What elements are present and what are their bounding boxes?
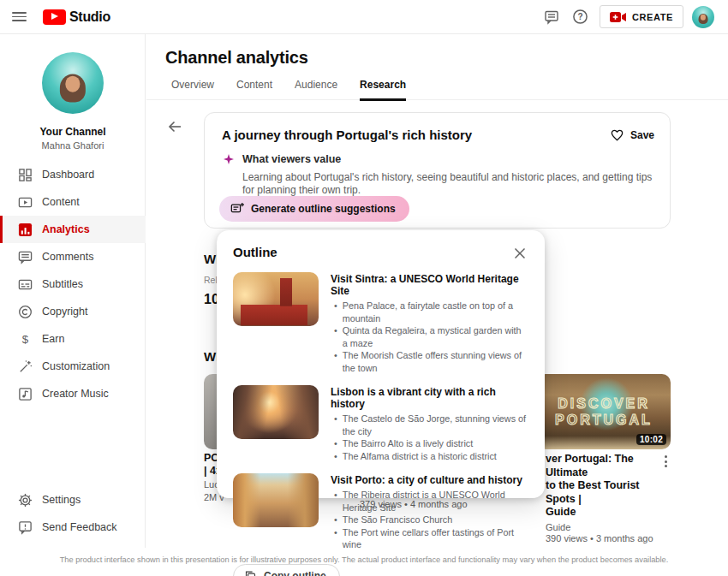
sidebar-item-creator-music[interactable]: Creator Music [0,380,146,407]
send-feedback-icon[interactable] [541,7,562,27]
generate-outline-icon [230,202,244,216]
content-icon [17,194,33,210]
tab-audience[interactable]: Audience [295,79,337,101]
outline-item-porto: Visit Porto: a city of culture and histo… [233,473,528,551]
sidebar-item-content[interactable]: Content [0,188,146,216]
channel-owner: Mahna Ghafori [0,140,146,151]
close-icon[interactable] [512,246,528,261]
sidebar: Your Channel Mahna Ghafori Dashboard Con… [0,34,146,548]
outline-item-sintra: Visit Sintra: a UNESCO World Heritage Si… [233,272,528,374]
save-label: Save [630,129,654,141]
create-camera-icon [610,11,627,23]
heart-icon [610,128,624,142]
sidebar-menu: Dashboard Content Analytics Comments [0,161,146,407]
tab-overview[interactable]: Overview [171,79,214,101]
outline-popup: Outline Visit Sintra: a UNESCO World Her… [217,230,545,498]
comments-icon [17,249,33,264]
sidebar-item-dashboard[interactable]: Dashboard [0,161,146,188]
sidebar-item-comments[interactable]: Comments [0,243,146,270]
video-card-right[interactable]: ver Portugal: The Ultimate to the Best T… [546,453,659,543]
video-options-kebab-icon[interactable] [659,454,671,468]
sidebar-item-analytics[interactable]: Analytics [0,216,146,243]
youtube-studio-app: Studio ? CREATE [0,0,728,576]
save-button[interactable]: Save [610,128,654,142]
page-title: Channel analytics [165,48,308,68]
generate-outline-button[interactable]: Generate outline suggestions [219,196,409,222]
porto-thumbnail [233,473,319,527]
svg-text:$: $ [21,333,28,346]
dashboard-icon [17,167,33,182]
copyright-icon [17,304,33,319]
generate-outline-label: Generate outline suggestions [251,203,396,215]
youtube-play-icon [43,9,66,25]
back-arrow-icon[interactable] [167,119,182,134]
subtitles-icon [17,276,33,292]
tab-research[interactable]: Research [360,79,406,101]
analytics-tabs: Overview Content Audience Research [171,79,406,101]
analytics-icon [17,222,33,237]
copy-outline-label: Copy outline [264,570,326,576]
sidebar-item-subtitles[interactable]: Subtitles [0,270,146,298]
gear-icon [17,492,33,508]
sidebar-item-customization[interactable]: Customization [0,353,146,380]
channel-name: Your Channel [0,126,146,138]
sidebar-bottom-menu: Settings Send Feedback [0,486,146,541]
copy-outline-button[interactable]: Copy outline [233,564,340,576]
youtube-studio-logo[interactable]: Studio [43,9,110,25]
idea-title: A journey through Portugal's rich histor… [222,128,472,142]
video-thumbnail-discover-portugal[interactable]: DISCOVER PORTUGAL 10:02 [537,374,671,449]
sintra-thumbnail [233,272,319,326]
help-icon[interactable]: ? [570,7,591,27]
insight-label: What viewers value [242,153,654,165]
tab-content[interactable]: Content [236,79,272,101]
topbar-actions: ? CREATE [541,5,714,28]
account-avatar[interactable] [692,6,714,28]
feedback-icon [17,520,33,535]
create-button-label: CREATE [632,12,673,22]
customization-icon [17,359,33,374]
outline-item-lisbon: Lisbon is a vibrant city with a rich his… [233,385,528,462]
sparkle-icon [224,154,234,164]
research-idea-card: A journey through Portugal's rich histor… [204,112,671,229]
outline-popup-title: Outline [233,245,277,259]
create-button[interactable]: CREATE [600,5,683,28]
insight-text: Learning about Portugal's rich history, … [242,171,654,197]
sidebar-item-send-feedback[interactable]: Send Feedback [0,514,146,541]
duration-badge: 10:02 [636,434,666,445]
copy-icon [244,570,257,576]
brand-name: Studio [69,9,110,25]
hamburger-menu-icon[interactable] [12,9,29,26]
creator-music-icon [17,386,33,401]
sidebar-item-settings[interactable]: Settings [0,486,146,514]
lisbon-thumbnail [233,385,319,439]
svg-text:?: ? [578,12,583,21]
top-bar: Studio ? CREATE [0,0,728,34]
channel-avatar[interactable] [42,52,104,114]
sidebar-item-earn[interactable]: $ Earn [0,325,146,353]
earn-icon: $ [17,331,33,347]
sidebar-item-copyright[interactable]: Copyright [0,298,146,325]
